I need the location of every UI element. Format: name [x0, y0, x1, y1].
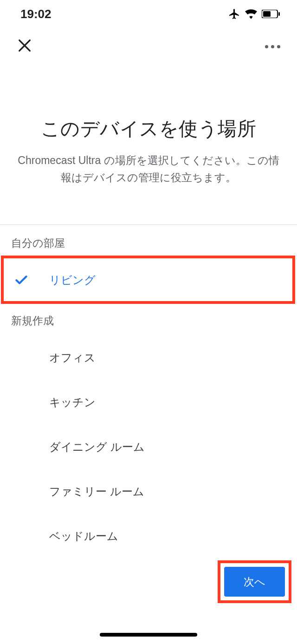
- room-option-label: ファミリー ルーム: [49, 484, 144, 499]
- close-button[interactable]: [13, 34, 36, 59]
- svg-rect-2: [278, 12, 280, 16]
- page-title: このデバイスを使う場所: [11, 116, 286, 142]
- heading-block: このデバイスを使う場所 Chromecast Ultra の場所を選択してくださ…: [0, 65, 297, 214]
- room-option-office[interactable]: オフィス: [0, 335, 297, 380]
- status-bar: 19:02: [0, 0, 297, 28]
- overflow-menu-button[interactable]: [261, 41, 284, 52]
- wifi-icon: [245, 9, 257, 19]
- room-option-dining[interactable]: ダイニング ルーム: [0, 425, 297, 469]
- room-option-living[interactable]: リビング: [0, 258, 297, 302]
- section-header-my-rooms: 自分の部屋: [0, 225, 297, 258]
- room-option-kitchen[interactable]: キッチン: [0, 380, 297, 425]
- airplane-mode-icon: [228, 8, 240, 20]
- room-option-label: キッチン: [49, 395, 96, 410]
- room-option-label: ダイニング ルーム: [49, 440, 145, 454]
- home-indicator[interactable]: [100, 633, 197, 637]
- room-option-label: リビング: [49, 273, 96, 288]
- close-icon: [17, 47, 32, 55]
- next-button[interactable]: 次へ: [224, 567, 285, 597]
- page-subtitle: Chromecast Ultra の場所を選択してください。この情報はデバイスの…: [11, 152, 286, 186]
- section-header-create-new: 新規作成: [0, 302, 297, 335]
- room-option-family[interactable]: ファミリー ルーム: [0, 469, 297, 514]
- status-time: 19:02: [20, 7, 52, 21]
- room-option-label: ベッドルーム: [49, 529, 118, 544]
- room-option-bedroom[interactable]: ベッドルーム: [0, 514, 297, 559]
- more-icon: [265, 45, 268, 48]
- nav-bar: [0, 28, 297, 65]
- status-icons: [228, 8, 280, 20]
- check-icon: [14, 273, 49, 288]
- next-button-label: 次へ: [244, 575, 265, 589]
- room-option-label: オフィス: [49, 350, 96, 365]
- battery-icon: [262, 10, 280, 18]
- svg-rect-1: [263, 11, 271, 17]
